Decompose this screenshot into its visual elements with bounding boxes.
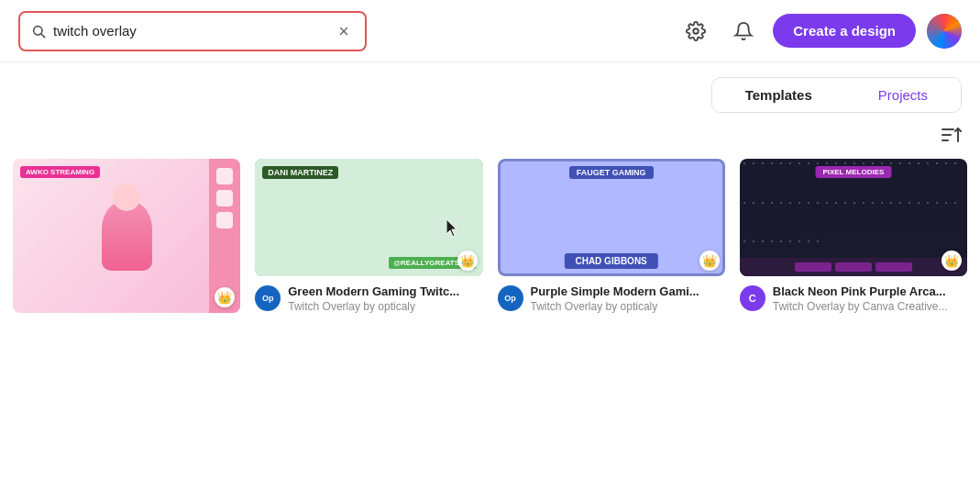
clear-search-button[interactable] [334,25,354,38]
svg-point-4 [694,28,699,34]
thumb4-top-label: PIXEL MELODIES [815,166,891,178]
card-1[interactable]: AWKO STREAMING 👑 r Pink Retro Computer W… [13,159,240,313]
card-info-3: Op Purple Simple Modern Gami... Twitch O… [498,284,725,313]
card-thumb-1: AWKO STREAMING 👑 [13,159,240,313]
card-text-3: Purple Simple Modern Gami... Twitch Over… [531,284,725,313]
card-text-2: Green Modern Gaming Twitc... Twitch Over… [288,284,482,313]
crown-badge-4: 👑 [941,251,962,271]
card-title-3: Purple Simple Modern Gami... [531,284,725,300]
tab-projects[interactable]: Projects [845,78,961,112]
create-design-button[interactable]: Create a design [773,14,916,48]
card-text-4: Black Neon Pink Purple Arca... Twitch Ov… [773,284,967,313]
card-info-4: C Black Neon Pink Purple Arca... Twitch … [740,284,967,313]
card-subtitle-3: Twitch Overlay by opticaly [531,300,725,313]
thumb3-bottom-label: CHAD GIBBONS [564,253,657,269]
search-box[interactable] [18,11,367,51]
avatar[interactable] [927,14,962,49]
svg-line-1 [41,34,45,38]
card-thumb-4: PIXEL MELODIES 8-BIT MUSIC 👑 [740,159,967,276]
settings-button[interactable] [677,13,714,50]
tabs-container: Templates Projects [711,77,962,113]
card-subtitle-4: Twitch Overlay by Canva Creative... [773,300,967,313]
crown-badge-3: 👑 [699,251,720,271]
thumb3-top-label: FAUGET GAMING [569,166,654,179]
search-icon [31,24,46,39]
cards-grid: AWKO STREAMING 👑 r Pink Retro Computer W… [0,159,980,313]
thumb4-bottom-bar [740,258,967,276]
sort-button[interactable] [940,124,962,151]
notifications-button[interactable] [725,13,762,50]
card-logo-4: C [740,285,765,311]
card-logo-3: Op [498,285,523,311]
tabs-area: Templates Projects [0,62,980,113]
tab-templates[interactable]: Templates [712,78,845,112]
card-info-2: Op Green Modern Gaming Twitc... Twitch O… [255,284,482,313]
sort-row [0,113,980,159]
card-3[interactable]: FAUGET GAMING CHAD GIBBONS 👑 Op Purple S… [498,159,725,313]
crown-badge-2: 👑 [457,251,478,271]
card-title-2: Green Modern Gaming Twitc... [288,284,482,300]
card-title-4: Black Neon Pink Purple Arca... [773,284,967,300]
card-thumb-2: DANI MARTINEZ @REALLYGREATSITE 👑 [255,159,482,276]
thumb2-label: DANI MARTINEZ [262,166,338,179]
header: Create a design [0,0,980,62]
card-thumb-3: FAUGET GAMING CHAD GIBBONS 👑 [498,159,725,276]
crown-badge-1: 👑 [215,287,235,307]
card-4[interactable]: PIXEL MELODIES 8-BIT MUSIC 👑 C Black Neo… [740,159,967,313]
card-2[interactable]: DANI MARTINEZ @REALLYGREATSITE 👑 Op Gree… [255,159,482,313]
search-input[interactable] [53,23,326,39]
card-subtitle-2: Twitch Overlay by opticaly [288,300,482,313]
card-logo-2: Op [255,285,281,311]
